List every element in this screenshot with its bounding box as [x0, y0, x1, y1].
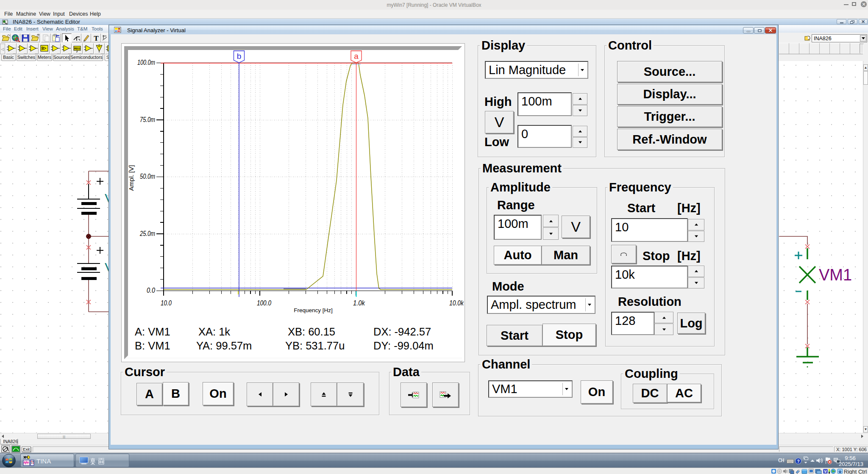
- svg-text:75.0m: 75.0m: [140, 116, 155, 123]
- svg-text:100.0: 100.0: [257, 299, 272, 307]
- svg-text:25.0m: 25.0m: [139, 230, 155, 237]
- svg-text:Ampl. [V]: Ampl. [V]: [128, 165, 135, 191]
- svg-text:V: V: [824, 469, 826, 474]
- svg-text:10.0k: 10.0k: [449, 299, 464, 307]
- svg-text:50.0m: 50.0m: [140, 172, 155, 180]
- svg-text:b: b: [237, 52, 242, 61]
- svg-text:?: ?: [797, 459, 799, 464]
- svg-text:0.0: 0.0: [147, 286, 156, 294]
- svg-text:a: a: [354, 52, 359, 61]
- svg-text:10.0: 10.0: [161, 299, 172, 307]
- svg-text:100.0m: 100.0m: [137, 58, 155, 66]
- svg-text:VM1: VM1: [819, 266, 852, 284]
- svg-text:1.0k: 1.0k: [353, 299, 365, 307]
- svg-text:Frequency [Hz]: Frequency [Hz]: [294, 307, 333, 313]
